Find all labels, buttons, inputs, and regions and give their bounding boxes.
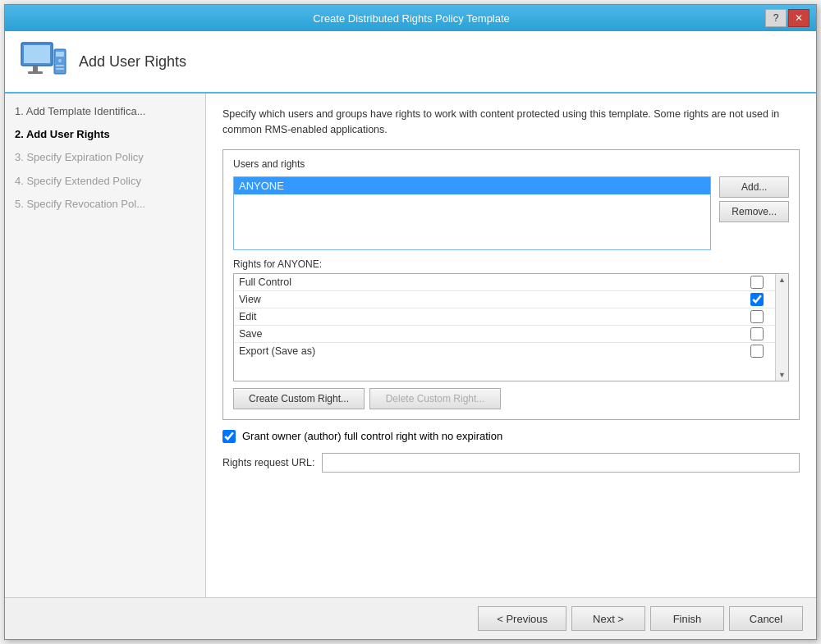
header-area: Add User Rights	[5, 31, 816, 94]
right-edit: Edit	[234, 308, 775, 326]
svg-rect-5	[56, 52, 64, 57]
users-section: ANYONE Add... Remove...	[233, 176, 789, 250]
sidebar-item-step2[interactable]: 2. Add User Rights	[5, 123, 205, 146]
rights-request-url-label: Rights request URL:	[222, 457, 315, 468]
right-export: Export (Save as)	[234, 343, 775, 359]
previous-button[interactable]: < Previous	[478, 606, 566, 631]
sidebar-item-step5: 5. Specify Revocation Pol...	[5, 193, 205, 216]
right-full-control: Full Control	[234, 274, 775, 291]
header-title: Add User Rights	[79, 53, 186, 71]
grant-checkbox[interactable]	[222, 430, 236, 443]
main-window: Create Distributed Rights Policy Templat…	[4, 4, 817, 640]
title-bar-buttons: ? ✕	[765, 9, 810, 27]
users-and-rights-label: Users and rights	[233, 158, 789, 170]
rights-request-url-input[interactable]	[322, 453, 800, 473]
svg-rect-2	[33, 66, 38, 72]
right-view-label: View	[239, 294, 750, 305]
rights-container: Full Control View Edit Save	[233, 273, 789, 381]
title-bar: Create Distributed Rights Policy Templat…	[5, 5, 816, 31]
next-button[interactable]: Next >	[571, 606, 645, 631]
footer: < Previous Next > Finish Cancel	[5, 597, 816, 639]
svg-rect-7	[56, 65, 64, 66]
add-button[interactable]: Add...	[719, 176, 789, 198]
help-button[interactable]: ?	[765, 9, 787, 27]
close-button[interactable]: ✕	[788, 9, 810, 27]
grant-label: Grant owner (author) full control right …	[242, 430, 502, 442]
delete-custom-right-button[interactable]: Delete Custom Right...	[369, 388, 501, 409]
right-edit-checkbox[interactable]	[750, 310, 764, 323]
sidebar-item-step4: 4. Specify Extended Policy	[5, 170, 205, 193]
description: Specify which users and groups have righ…	[222, 107, 800, 138]
finish-button[interactable]: Finish	[650, 606, 724, 631]
svg-rect-8	[56, 68, 64, 70]
custom-right-buttons: Create Custom Right... Delete Custom Rig…	[233, 388, 789, 409]
computer-icon	[18, 41, 67, 82]
right-full-control-checkbox[interactable]	[750, 276, 764, 289]
rights-for-label: Rights for ANYONE:	[233, 258, 789, 270]
user-item-anyone[interactable]: ANYONE	[234, 177, 710, 194]
url-row: Rights request URL:	[222, 453, 800, 473]
rights-scrollbar[interactable]: ▲ ▼	[775, 274, 788, 381]
svg-point-6	[58, 59, 62, 62]
window-title: Create Distributed Rights Policy Templat…	[57, 12, 765, 25]
remove-button[interactable]: Remove...	[719, 201, 789, 222]
svg-rect-3	[28, 71, 43, 74]
sidebar-item-step3: 3. Specify Expiration Policy	[5, 146, 205, 169]
right-export-checkbox[interactable]	[750, 345, 764, 358]
right-edit-label: Edit	[239, 311, 750, 322]
sidebar-item-step1[interactable]: 1. Add Template Identifica...	[5, 100, 205, 123]
svg-rect-1	[24, 45, 50, 63]
right-save-label: Save	[239, 328, 750, 340]
right-view-checkbox[interactable]	[750, 293, 764, 306]
right-save: Save	[234, 326, 775, 343]
right-save-checkbox[interactable]	[750, 327, 764, 340]
rights-list[interactable]: Full Control View Edit Save	[234, 274, 775, 381]
grant-row: Grant owner (author) full control right …	[222, 430, 800, 443]
users-buttons: Add... Remove...	[719, 176, 789, 250]
users-and-rights-group: Users and rights ANYONE Add... Remove...…	[222, 149, 800, 420]
content-area: 1. Add Template Identifica... 2. Add Use…	[5, 94, 816, 597]
right-view: View	[234, 291, 775, 308]
right-full-control-label: Full Control	[239, 276, 750, 288]
cancel-button[interactable]: Cancel	[729, 606, 803, 631]
users-list[interactable]: ANYONE	[233, 176, 711, 250]
right-export-label: Export (Save as)	[239, 345, 750, 357]
create-custom-right-button[interactable]: Create Custom Right...	[233, 388, 365, 409]
sidebar: 1. Add Template Identifica... 2. Add Use…	[5, 94, 206, 597]
main-panel: Specify which users and groups have righ…	[206, 94, 816, 597]
